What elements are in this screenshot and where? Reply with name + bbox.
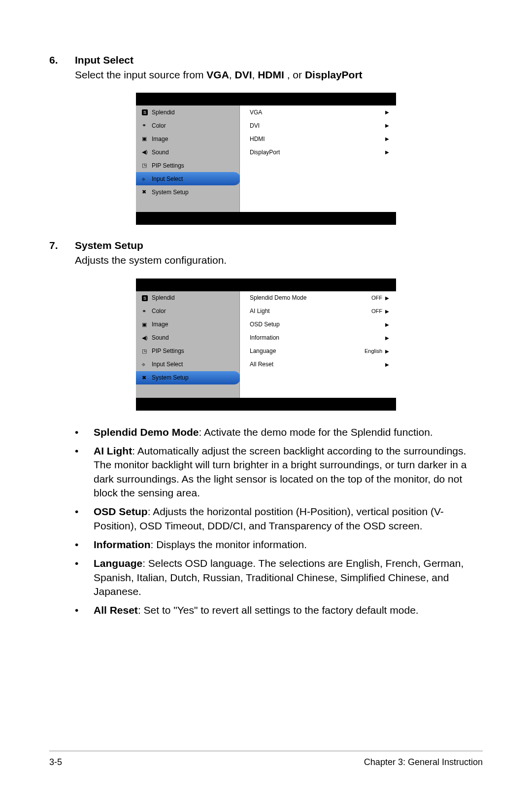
color-icon: ⚭	[142, 122, 152, 129]
osd-menu-color: ⚭Color	[136, 119, 239, 132]
osd-option-splendid-demo: Splendid Demo ModeOFF▶	[240, 291, 396, 305]
osd-menu-splendid: SSplendid	[136, 105, 239, 119]
image-icon: ▣	[142, 321, 152, 328]
osd-menu-image: ▣Image	[136, 318, 239, 331]
chevron-right-icon: ▶	[385, 109, 389, 115]
bullet-splendid-demo: • Splendid Demo Mode: Activate the demo …	[75, 425, 483, 439]
page-number: 3-5	[49, 757, 62, 767]
s-icon: S	[142, 295, 152, 301]
chevron-right-icon: ▶	[385, 136, 389, 141]
bullet-all-reset: • All Reset: Set to "Yes" to revert all …	[75, 603, 483, 617]
chevron-right-icon: ▶	[385, 123, 389, 128]
bullet-language: • Language: Selects OSD language. The se…	[75, 557, 483, 598]
system-setup-bullets: • Splendid Demo Mode: Activate the demo …	[75, 425, 483, 618]
pip-icon: ◳	[142, 348, 152, 354]
osd-bottombar	[136, 212, 396, 225]
osd-input-select-screenshot: SSplendid ⚭Color ▣Image ◀)Sound ◳PIP Set…	[136, 93, 396, 225]
sound-icon: ◀)	[142, 149, 152, 155]
osd-option-displayport: DisplayPort▶	[240, 145, 396, 159]
chapter-label: Chapter 3: General Instruction	[364, 757, 483, 767]
osd-option-osd-setup: OSD Setup▶	[240, 318, 396, 331]
section-title: System Setup	[75, 240, 143, 251]
osd-option-ai-light: AI LightOFF▶	[240, 305, 396, 318]
osd-bottombar	[136, 398, 396, 411]
osd-menu-sound: ◀)Sound	[136, 331, 239, 345]
osd-right-panel: VGA▶ DVI▶ HDMI▶ DisplayPort▶	[240, 105, 396, 212]
section-number: 7.	[49, 240, 75, 251]
bullet-ai-light: • AI Light: Automatically adjust the scr…	[75, 444, 483, 500]
osd-menu-image: ▣Image	[136, 132, 239, 145]
bullet-information: • Information: Displays the monitor info…	[75, 538, 483, 552]
osd-option-language: LanguageEnglish▶	[240, 345, 396, 358]
chevron-right-icon: ▶	[385, 149, 389, 155]
chevron-right-icon: ▶	[385, 349, 389, 354]
tools-icon: ✖	[142, 189, 152, 195]
osd-option-information: Information▶	[240, 331, 396, 345]
osd-option-all-reset: All Reset▶	[240, 358, 396, 371]
tools-icon: ✖	[142, 375, 152, 381]
osd-menu-system-setup: ✖System Setup	[136, 185, 239, 199]
chevron-right-icon: ▶	[385, 335, 389, 341]
osd-menu-pip: ◳PIP Settings	[136, 345, 239, 358]
section-number: 6.	[49, 54, 75, 66]
osd-menu-color: ⚭Color	[136, 305, 239, 318]
s-icon: S	[142, 109, 152, 115]
chevron-right-icon: ▶	[385, 322, 389, 327]
chevron-right-icon: ▶	[385, 295, 389, 301]
osd-left-menu: SSplendid ⚭Color ▣Image ◀)Sound ◳PIP Set…	[136, 105, 240, 212]
input-icon: ⎆	[142, 176, 152, 182]
osd-option-vga: VGA▶	[240, 105, 396, 119]
osd-option-dvi: DVI▶	[240, 119, 396, 132]
image-icon: ▣	[142, 136, 152, 142]
pip-icon: ◳	[142, 162, 152, 169]
osd-option-hdmi: HDMI▶	[240, 132, 396, 145]
bullet-osd-setup: • OSD Setup: Adjusts the horizontal post…	[75, 505, 483, 533]
color-icon: ⚭	[142, 308, 152, 314]
osd-titlebar	[136, 279, 396, 291]
osd-menu-input-select: ⎆Input Select	[136, 358, 239, 371]
page-footer: 3-5 Chapter 3: General Instruction	[49, 751, 483, 767]
osd-titlebar	[136, 93, 396, 105]
osd-menu-splendid: SSplendid	[136, 291, 239, 305]
sound-icon: ◀)	[142, 335, 152, 341]
input-icon: ⎆	[142, 361, 152, 367]
section-6-heading: 6. Input Select	[49, 54, 483, 66]
osd-system-setup-screenshot: SSplendid ⚭Color ▣Image ◀)Sound ◳PIP Set…	[136, 279, 396, 411]
section-title: Input Select	[75, 54, 133, 66]
chevron-right-icon: ▶	[385, 362, 389, 367]
chevron-right-icon: ▶	[385, 309, 389, 314]
osd-menu-system-setup: ✖System Setup	[136, 371, 240, 384]
section-6-body: Select the input source from VGA, DVI, H…	[75, 68, 483, 82]
section-7-body: Adjusts the system configuration.	[75, 253, 483, 267]
osd-right-panel: Splendid Demo ModeOFF▶ AI LightOFF▶ OSD …	[240, 291, 396, 398]
osd-menu-input-select: ⎆Input Select	[136, 172, 240, 185]
osd-menu-pip: ◳PIP Settings	[136, 159, 239, 172]
osd-menu-sound: ◀)Sound	[136, 145, 239, 159]
section-7-heading: 7. System Setup	[49, 240, 483, 251]
osd-left-menu: SSplendid ⚭Color ▣Image ◀)Sound ◳PIP Set…	[136, 291, 240, 398]
